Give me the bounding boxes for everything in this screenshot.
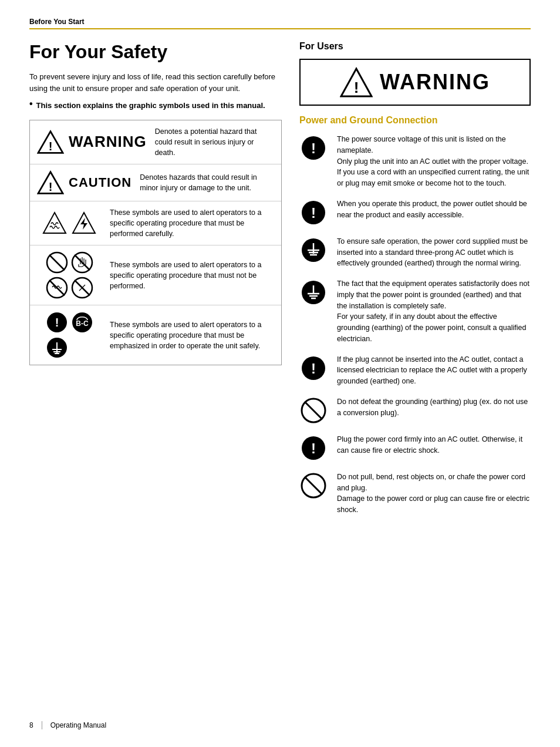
safety-item-7: ! Plug the power cord firmly into an AC …	[299, 434, 531, 462]
safety-icon-2: !	[299, 198, 328, 227]
svg-text:!: !	[49, 180, 53, 193]
mandatory-desc: These symbols are used to alert operator…	[110, 319, 274, 351]
arrow-cycle-icon: B-C	[71, 311, 93, 334]
careful-desc: These symbols are used to alert operator…	[110, 207, 274, 239]
safety-icon-5: !	[299, 354, 328, 382]
svg-marker-6	[80, 218, 87, 230]
no-sign-grounding-icon	[301, 398, 326, 423]
empty-slot	[71, 337, 93, 359]
warning-desc: Denotes a potential hazard that could re…	[155, 126, 274, 158]
exclamation-icon-1: !	[301, 135, 326, 161]
safety-text-2: When you operate this product, the power…	[337, 198, 531, 221]
right-column: For Users ! WARNING Power and Ground Con…	[299, 41, 531, 525]
main-content: For Your Safety To prevent severe injury…	[29, 41, 531, 525]
careful-icons	[37, 211, 102, 235]
prohibited-symbols-row: These symbols are used to alert operator…	[30, 245, 281, 305]
exclamation-icon-4: !	[301, 435, 326, 461]
warning-triangle-icon: !	[37, 130, 64, 154]
safety-item-3: To ensure safe operation, the power cord…	[299, 236, 531, 269]
warning-label: WARNING	[69, 133, 147, 151]
safety-text-3: To ensure safe operation, the power cord…	[337, 236, 531, 269]
header-rule	[29, 28, 531, 29]
intro-text: To prevent severe injury and loss of lif…	[29, 71, 282, 94]
svg-line-47	[305, 477, 322, 494]
exclamation-icon-2: !	[301, 200, 326, 226]
heat-icon	[42, 211, 67, 235]
safety-icon-7: !	[299, 434, 328, 462]
page-header-label: Before You Start	[29, 18, 531, 26]
svg-line-8	[49, 255, 65, 270]
safety-icon-4	[299, 278, 328, 307]
exclamation-circle-icon: !	[46, 311, 68, 334]
bullet-text: This section explains the graphic symbol…	[36, 100, 265, 112]
lightning-icon	[72, 211, 96, 235]
no-sign-1-icon	[46, 251, 68, 274]
page: Before You Start For Your Safety To prev…	[0, 0, 560, 747]
left-column: For Your Safety To prevent severe injury…	[29, 41, 282, 365]
ground3-icon	[301, 237, 326, 263]
svg-text:!: !	[354, 79, 359, 96]
careful-icons-group	[42, 211, 96, 235]
safety-item-2: ! When you operate this product, the pow…	[299, 198, 531, 227]
svg-marker-4	[43, 213, 66, 233]
no-sign-3-icon	[46, 277, 68, 299]
safety-icon-3	[299, 236, 328, 264]
safety-item-4: The fact that the equipment operates sat…	[299, 278, 531, 345]
svg-text:!: !	[311, 440, 316, 456]
caution-label: CAUTION	[69, 175, 131, 190]
caution-desc: Denotes hazards that could result in min…	[140, 172, 274, 193]
safety-text-1: The power source voltage of this unit is…	[337, 134, 531, 189]
svg-text:!: !	[311, 205, 316, 221]
bullet-dot: •	[29, 99, 33, 112]
safety-items-list: ! The power source voltage of this unit …	[299, 134, 531, 516]
no-sign-cord-icon	[301, 473, 326, 499]
svg-text:!: !	[311, 361, 316, 376]
subsection-title: Power and Ground Connection	[299, 115, 531, 126]
page-title: For Your Safety	[29, 41, 282, 63]
mandatory-symbols-row: ! B-C	[30, 305, 281, 365]
careful-symbols-row: These symbols are used to alert operator…	[30, 201, 281, 245]
svg-text:!: !	[49, 139, 53, 152]
safety-text-4: The fact that the equipment operates sat…	[337, 278, 531, 345]
safety-text-5: If the plug cannot be inserted into the …	[337, 354, 531, 387]
page-footer: 8 Operating Manual	[29, 721, 106, 729]
ground1-icon	[301, 280, 326, 305]
svg-text:!: !	[55, 316, 59, 329]
exclamation-icon-3: !	[301, 355, 326, 381]
svg-text:!: !	[311, 140, 316, 156]
caution-inline-box: ! CAUTION	[37, 170, 131, 195]
svg-line-43	[305, 402, 322, 419]
safety-icon-1: !	[299, 134, 328, 162]
warning-large-triangle-icon: !	[340, 67, 373, 97]
warning-box-large: ! WARNING	[299, 59, 531, 106]
caution-triangle-icon: !	[37, 170, 64, 195]
section-title: For Users	[299, 41, 531, 52]
safety-item-8: Do not pull, bend, rest objects on, or c…	[299, 472, 531, 516]
caution-symbol-row: ! CAUTION Denotes hazards that could res…	[30, 164, 281, 201]
warning-inline-box: ! WARNING	[37, 130, 147, 154]
warning-large-label: WARNING	[380, 70, 490, 95]
caution-icon-area: ! CAUTION	[37, 170, 131, 195]
footer-divider	[42, 721, 42, 729]
footer-manual-label: Operating Manual	[50, 721, 106, 729]
bullet-item: • This section explains the graphic symb…	[29, 100, 282, 112]
symbol-table: ! WARNING Denotes a potential hazard tha…	[29, 120, 282, 366]
safety-text-8: Do not pull, bend, rest objects on, or c…	[337, 472, 531, 516]
safety-item-6: Do not defeat the grounding (earthing) p…	[299, 396, 531, 425]
mandatory-icons-grid: ! B-C	[46, 311, 93, 359]
safety-item-1: ! The power source voltage of this unit …	[299, 134, 531, 189]
warning-symbol-row: ! WARNING Denotes a potential hazard tha…	[30, 120, 281, 164]
safety-text-7: Plug the power cord firmly into an AC ou…	[337, 434, 531, 456]
prohibited-icons-grid	[46, 251, 93, 299]
svg-text:B-C: B-C	[76, 319, 89, 328]
no-sign-4-icon	[71, 277, 93, 299]
safety-icon-6	[299, 396, 328, 425]
prohibited-icons	[37, 251, 102, 299]
footer-page-number: 8	[29, 721, 33, 729]
safety-icon-8	[299, 472, 328, 500]
mandatory-icons: ! B-C	[37, 311, 102, 359]
ground-circle-icon	[46, 337, 68, 359]
safety-item-5: ! If the plug cannot be inserted into th…	[299, 354, 531, 387]
warning-icon-area: ! WARNING	[37, 130, 147, 154]
prohibited-desc: These symbols are used to alert operator…	[110, 260, 274, 291]
